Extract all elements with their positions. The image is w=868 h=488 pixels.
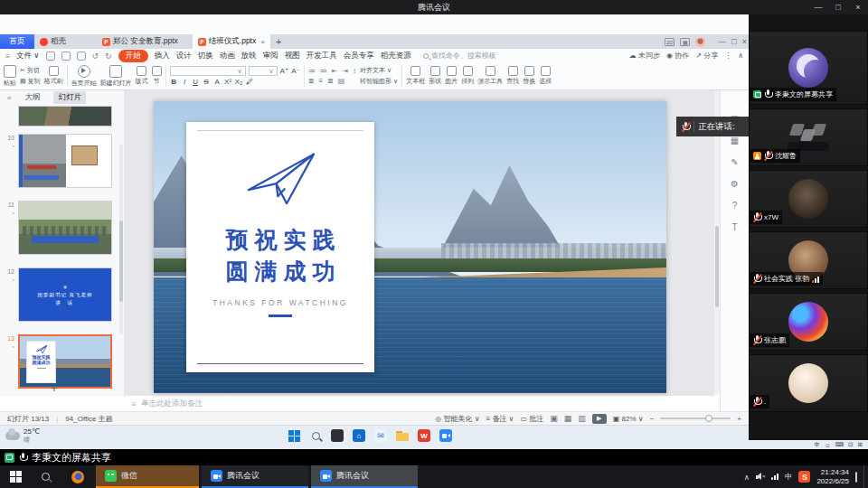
collab-button[interactable]: ◉ 协作 [666,51,689,61]
comments-toggle[interactable]: ▭ 批注 [520,414,543,424]
notification-center-icon[interactable] [855,473,857,482]
menu-devtools[interactable]: 开发工具 [307,51,337,61]
search-icon[interactable] [309,429,322,442]
participant-tile[interactable]: 张志鹏 [749,293,868,351]
slide-thumb-9-partial[interactable] [0,106,124,127]
notes-toggle[interactable]: ≡ 备注 ∨ [486,414,514,424]
smart-graphic-button[interactable]: 转智能图形 ∨ [360,77,398,86]
save-icon[interactable] [46,52,55,61]
new-tab-icon[interactable]: + [270,34,287,49]
justify-button[interactable]: ▤ [338,77,345,85]
align-right-button[interactable]: ≣ [327,77,334,85]
start-icon[interactable] [0,465,31,488]
menu-slideshow[interactable]: 放映 [241,51,257,61]
arrange-button[interactable]: 排列 [461,66,474,86]
menu-start[interactable]: 开始 [118,50,148,62]
mail-icon[interactable]: ✉ [374,429,387,442]
more-icon[interactable]: ⋮ [724,52,731,60]
beautify-button[interactable]: ◎ 智能美化 ∨ [435,414,479,424]
tab-outline[interactable]: 大纲 [20,91,44,104]
tab-home[interactable]: 首页 [0,34,34,49]
indent-increase-button[interactable]: ⇥ [342,67,348,75]
zoom-in-icon[interactable]: + [737,415,741,423]
tab-docer[interactable]: 稻壳 [34,34,71,49]
text-tool-icon[interactable]: T [731,222,737,232]
share-button[interactable]: ↗ 分享 [695,51,718,61]
notes-bar[interactable]: ≡ 单击此处添加备注 [125,395,714,411]
skin-icon[interactable]: 2D [665,38,675,46]
menu-review[interactable]: 审阅 [263,51,278,61]
sorter-view-icon[interactable]: ▦ [564,414,572,423]
sync-status[interactable]: ☁ 未同步 [629,51,660,61]
account-avatar[interactable] [695,37,705,47]
search-icon[interactable] [31,465,60,488]
ime-indicator[interactable]: 中 [785,472,793,483]
firefox-icon[interactable] [60,465,96,488]
zoom-out-icon[interactable]: − [650,415,655,423]
reading-view-icon[interactable]: ▥ [578,414,586,423]
taskbar-meeting-button-1[interactable]: 腾讯会议 [202,465,308,488]
superscript-button[interactable]: X² [224,78,232,86]
command-search-input[interactable]: 查找命令、搜索模板 [423,51,496,61]
tab-doc1[interactable]: P 郑公 安全教育.pptx [97,34,184,49]
underline-button[interactable]: U [192,78,200,86]
tab-doc2-active[interactable]: P 结班仪式.pptx × [193,34,270,49]
align-left-button[interactable]: ≣ [308,77,315,85]
strikethrough-button[interactable]: S [203,78,211,86]
menu-file[interactable]: 文件 ∨ [16,51,40,61]
add-slide-icon[interactable]: + [51,381,58,395]
align-text-button[interactable]: 对齐文本 ∨ [360,66,398,75]
zoom-slider[interactable] [660,418,731,419]
participant-tile[interactable]: x7W [749,170,868,228]
network-icon[interactable] [771,474,778,480]
new-slide-button[interactable]: 新建幻灯片 [100,65,132,88]
font-shrink-button[interactable]: A⁻ [291,67,300,75]
volume-muted-icon[interactable]: × [756,473,765,481]
collapse-ribbon-icon[interactable]: ∧ [738,52,743,60]
menu-design[interactable]: 设计 [176,51,192,61]
participant-tile[interactable]: . [749,354,868,412]
task-view-icon[interactable] [331,429,344,442]
italic-button[interactable]: I [181,78,189,86]
taskbar-wechat-button[interactable]: 微信 [96,465,199,488]
output-icon[interactable] [61,52,71,61]
cast-icon[interactable]: ⊡ [848,441,853,448]
paste-button[interactable]: 粘贴 [4,65,16,88]
picture-button[interactable]: 图片 [445,66,458,86]
panel-scrollbar[interactable] [119,145,123,334]
help-icon[interactable]: ? [732,201,738,211]
sogou-input-icon[interactable]: S [798,471,810,483]
widgets-icon[interactable]: ⊞ [858,441,863,448]
layout-button[interactable]: 版式 [136,66,148,86]
textbox-button[interactable]: 文本框 [406,66,425,86]
replace-button[interactable]: 替换 [523,66,535,86]
bold-button[interactable]: B [170,78,178,86]
bullet-list-button[interactable]: ≔ [308,67,316,75]
participant-tile[interactable]: 社会实践 张勃 [749,231,868,289]
meeting-app-icon[interactable] [439,429,452,442]
numbered-list-button[interactable]: ≕ [320,67,327,75]
taskbar-clock[interactable]: 21:24:34 2022/6/25 [816,468,849,486]
minimize-icon[interactable]: — [808,0,828,14]
print-icon[interactable] [77,52,86,61]
slide-title-card[interactable]: 预祝实践 圆满成功 THANKS FOR WATCHING [186,122,374,372]
cut-button[interactable]: ✂ 剪切 [20,66,41,75]
wps-app-icon[interactable]: W [418,429,430,442]
select-button[interactable]: 选择 [539,66,552,86]
menu-transition[interactable]: 切换 [198,51,213,61]
slide-thumb-10[interactable]: 10* [0,134,124,188]
start-icon[interactable] [288,429,300,442]
zoom-slider-knob[interactable] [705,415,712,422]
tab-slides[interactable]: 幻灯片 [53,91,86,104]
wps-restore-icon[interactable]: □ [731,37,736,46]
show-desktop-strip[interactable] [863,465,864,488]
taskbar-meeting-button-2[interactable]: 腾讯会议 [311,465,418,488]
copy-button[interactable]: ▤ 复制 [20,77,41,86]
section-button[interactable]: 节 [152,66,162,86]
layout-icon[interactable]: ▦ [680,38,690,46]
redo-icon[interactable]: ↻ [105,52,112,61]
participant-tile[interactable]: 李秉文的屏幕共享 [749,31,868,105]
line-spacing-button[interactable]: ↕ [353,67,356,75]
animation-pane-icon[interactable]: ▦ [731,136,739,145]
weather-widget[interactable]: 25℃ 晴 [5,428,40,443]
